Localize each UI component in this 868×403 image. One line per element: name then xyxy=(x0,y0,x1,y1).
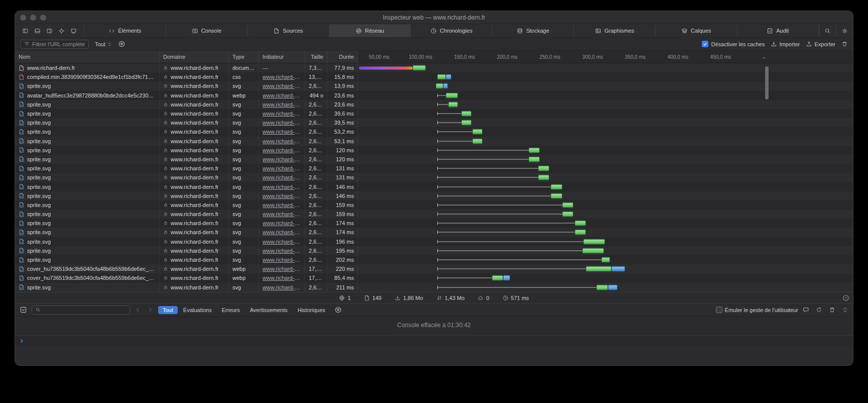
table-row[interactable]: avatar_hu85ecc3e298728880b0bde2dcc4e5c23… xyxy=(15,91,853,100)
waterfall-bar[interactable] xyxy=(437,138,482,144)
waterfall-bar[interactable] xyxy=(437,275,510,281)
device-button[interactable] xyxy=(70,28,77,34)
initiator-link[interactable]: www.richard-d… xyxy=(263,284,301,290)
table-row[interactable]: sprite.svgwww.richard-dern.frsvgwww.rich… xyxy=(15,173,853,182)
initiator-link[interactable]: www.richard-d… xyxy=(263,220,301,226)
initiator-link[interactable]: www.richard-d… xyxy=(263,266,301,272)
gear-button[interactable] xyxy=(836,24,853,37)
column-header-taille[interactable]: Taille xyxy=(305,51,327,63)
initiator-link[interactable]: www.richard-d… xyxy=(263,165,301,171)
initiator-link[interactable]: www.richard-d… xyxy=(263,120,301,126)
table-row[interactable]: sprite.svgwww.richard-dern.frsvgwww.rich… xyxy=(15,146,853,155)
initiator-link[interactable]: www.richard-d… xyxy=(263,174,301,180)
tab-stockage[interactable]: Stockage xyxy=(492,24,574,37)
waterfall-bar[interactable] xyxy=(437,147,540,153)
waterfall-bar[interactable] xyxy=(437,166,549,171)
initiator-link[interactable]: www.richard-d… xyxy=(263,193,301,199)
initiator-link[interactable]: www.richard-d… xyxy=(263,202,301,208)
waterfall-bar[interactable] xyxy=(437,230,586,235)
waterfall-bar[interactable] xyxy=(359,65,426,71)
emulate-gesture-toggle[interactable]: Émuler le geste de l'utilisateur xyxy=(716,307,798,313)
column-header-type[interactable]: Type xyxy=(229,51,259,63)
table-row[interactable]: sprite.svgwww.richard-dern.frsvgwww.rich… xyxy=(15,100,853,109)
tab-console[interactable]: Console xyxy=(166,24,248,37)
console-scope-erreurs[interactable]: Erreurs xyxy=(217,306,244,314)
export-button[interactable]: Exporter xyxy=(806,41,835,47)
column-header-duree[interactable]: Durée xyxy=(327,51,358,63)
speech-bubble-button[interactable] xyxy=(803,307,809,313)
initiator-link[interactable]: www.richard-d… xyxy=(263,156,301,162)
initiator-link[interactable]: www.richard-d… xyxy=(263,129,301,135)
table-row[interactable]: sprite.svgwww.richard-dern.frsvgwww.rich… xyxy=(15,246,853,255)
table-row[interactable]: sprite.svgwww.richard-dern.frsvgwww.rich… xyxy=(15,255,853,264)
emulate-gesture-checkbox[interactable] xyxy=(716,307,722,313)
minimize-button[interactable] xyxy=(30,15,36,21)
table-row[interactable]: sprite.svgwww.richard-dern.frsvgwww.rich… xyxy=(15,237,853,246)
waterfall-bar[interactable] xyxy=(437,193,562,198)
initiator-link[interactable]: www.richard-d… xyxy=(263,229,301,235)
clear-network-button[interactable] xyxy=(841,41,848,47)
circular-arrow-button[interactable] xyxy=(816,307,822,313)
initiator-link[interactable]: www.richard-d… xyxy=(263,248,301,254)
extra-filters-button[interactable] xyxy=(118,40,126,48)
column-header-nom[interactable]: Nom xyxy=(15,51,160,63)
waterfall-bar[interactable] xyxy=(437,175,549,180)
zoom-button[interactable] xyxy=(40,15,46,21)
close-button[interactable] xyxy=(20,15,26,21)
waterfall-bar[interactable] xyxy=(436,83,448,89)
tab-chronologies[interactable]: Chronologies xyxy=(411,24,492,37)
table-row[interactable]: sprite.svgwww.richard-dern.frsvgwww.rich… xyxy=(15,127,853,136)
waterfall-bar[interactable] xyxy=(437,248,604,253)
table-row[interactable]: compiled.min.38390909f303624ed9e1cf1bd3f… xyxy=(15,72,853,81)
resource-scope-dropdown[interactable]: Tout xyxy=(95,41,112,47)
tab-calques[interactable]: Calques xyxy=(656,24,737,37)
element-picker-button[interactable] xyxy=(58,28,65,34)
waterfall-bar[interactable] xyxy=(437,102,458,107)
trash-button[interactable] xyxy=(829,307,835,313)
waterfall-bar[interactable] xyxy=(437,92,458,98)
table-row[interactable]: sprite.svgwww.richard-dern.frsvgwww.rich… xyxy=(15,155,853,164)
table-row[interactable]: sprite.svgwww.richard-dern.frsvgwww.rich… xyxy=(15,109,853,118)
waterfall-bar[interactable] xyxy=(437,221,586,226)
console-scope-evaluations[interactable]: Évaluations xyxy=(179,306,216,314)
import-button[interactable]: Importer xyxy=(771,41,800,47)
console-context-button[interactable] xyxy=(20,306,27,314)
initiator-link[interactable]: www.richard-d… xyxy=(263,74,301,80)
tab-sources[interactable]: Sources xyxy=(247,24,329,37)
url-filter-input[interactable]: Filtrer l'URL complète xyxy=(20,40,89,49)
console-scope-historiques[interactable]: Historiques xyxy=(293,306,330,314)
pane-bottom-button[interactable] xyxy=(34,28,41,34)
chevron-right-icon[interactable] xyxy=(147,307,154,313)
console-scope-tout[interactable]: Tout xyxy=(158,306,178,314)
pane-right-button[interactable] xyxy=(46,28,53,34)
table-row[interactable]: sprite.svgwww.richard-dern.frsvgwww.rich… xyxy=(15,118,853,127)
console-search-input[interactable] xyxy=(32,306,130,315)
initiator-link[interactable]: www.richard-d… xyxy=(263,138,301,144)
table-row[interactable]: sprite.svgwww.richard-dern.frsvgwww.rich… xyxy=(15,191,853,200)
initiator-link[interactable]: www.richard-d… xyxy=(263,275,301,281)
tab-elements[interactable]: Éléments xyxy=(84,24,166,37)
waterfall-bar[interactable] xyxy=(437,129,482,135)
table-row[interactable]: sprite.svgwww.richard-dern.frsvgwww.rich… xyxy=(15,283,853,292)
column-header-domaine[interactable]: Domaine xyxy=(160,51,229,63)
initiator-link[interactable]: www.richard-d… xyxy=(263,111,301,117)
table-row[interactable]: www.richard-dern.frwww.richard-dern.frdo… xyxy=(15,63,853,72)
initiator-link[interactable]: www.richard-d… xyxy=(263,147,301,153)
tab-reseau[interactable]: Réseau xyxy=(329,24,411,37)
double-chevron-button[interactable] xyxy=(842,307,848,313)
table-row[interactable]: sprite.svgwww.richard-dern.frsvgwww.rich… xyxy=(15,228,853,237)
initiator-link[interactable]: www.richard-d… xyxy=(263,92,301,98)
column-header-initiateur[interactable]: Initiateur xyxy=(259,51,305,63)
table-row[interactable]: sprite.svgwww.richard-dern.frsvgwww.rich… xyxy=(15,182,853,191)
table-row[interactable]: sprite.svgwww.richard-dern.frsvgwww.rich… xyxy=(15,200,853,210)
waterfall-bar[interactable] xyxy=(437,120,471,126)
waterfall-bar[interactable] xyxy=(437,111,471,117)
initiator-link[interactable]: www.richard-d… xyxy=(263,211,301,217)
waterfall-bar[interactable] xyxy=(437,202,573,208)
table-row[interactable]: sprite.svgwww.richard-dern.frsvgwww.rich… xyxy=(15,219,853,228)
pane-left-button[interactable] xyxy=(22,28,29,34)
console-prompt-row[interactable] xyxy=(15,335,853,346)
table-row[interactable]: sprite.svgwww.richard-dern.frsvgwww.rich… xyxy=(15,137,853,146)
waterfall-bar[interactable] xyxy=(437,184,562,189)
scrollbar-thumb[interactable] xyxy=(765,66,769,99)
